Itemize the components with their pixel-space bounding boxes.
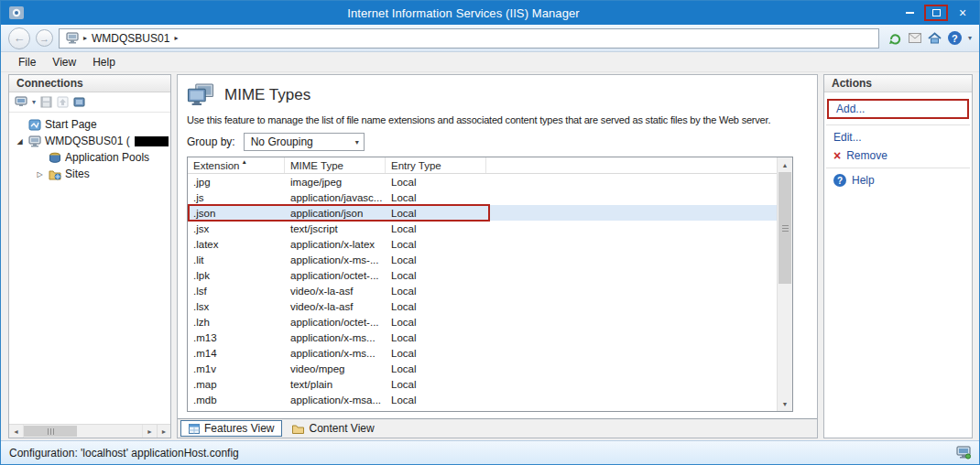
- scroll-track[interactable]: [778, 172, 792, 396]
- home-icon[interactable]: [928, 32, 942, 44]
- tab-content-view[interactable]: Content View: [285, 420, 381, 437]
- table-row[interactable]: .m13application/x-ms...Local: [188, 330, 777, 345]
- extension-cell: .jpg: [188, 174, 285, 189]
- connect-button[interactable]: [15, 96, 27, 108]
- table-row[interactable]: .jsonapplication/jsonLocal: [188, 205, 777, 221]
- tree-item-server[interactable]: ◢ WMDQSBUS01 (: [11, 133, 169, 149]
- table-row[interactable]: .jpgimage/jpegLocal: [188, 174, 777, 189]
- table-row[interactable]: .lsxvideo/x-la-asfLocal: [188, 298, 777, 314]
- mime-type-cell: text/plain: [285, 376, 386, 392]
- breadcrumb-server[interactable]: WMDQSBUS01: [92, 32, 169, 45]
- scroll-thumb[interactable]: [24, 426, 77, 437]
- column-header-filler: [486, 157, 777, 173]
- minimize-button[interactable]: [898, 5, 921, 21]
- table-row[interactable]: .m1vvideo/mpegLocal: [188, 361, 777, 376]
- tree-item-start-page[interactable]: Start Page: [11, 116, 169, 133]
- entry-type-cell: Local: [386, 345, 486, 361]
- edit-action[interactable]: Edit...: [824, 128, 972, 146]
- row-filler: [486, 392, 777, 407]
- mime-type-cell: application/x-ms-...: [285, 252, 386, 267]
- status-text: Configuration: 'localhost' applicationHo…: [9, 447, 239, 460]
- group-by-label: Group by:: [187, 135, 235, 148]
- menu-help[interactable]: Help: [84, 53, 124, 71]
- back-button[interactable]: ←: [8, 27, 30, 49]
- entry-type-cell: Local: [386, 267, 486, 283]
- tab-features-view[interactable]: Features View: [180, 420, 282, 437]
- maximize-icon: [932, 9, 941, 16]
- row-filler: [486, 283, 777, 298]
- address-bar[interactable]: ▸ WMDQSBUS01 ▸: [59, 28, 879, 49]
- chevron-down-icon[interactable]: ▾: [968, 34, 972, 42]
- entry-type-cell: Local: [386, 283, 486, 298]
- connections-toolbar: ▾: [9, 92, 170, 113]
- tab-label: Content View: [309, 422, 374, 435]
- entry-type-cell: Local: [386, 236, 486, 252]
- table-vscrollbar[interactable]: ▲ ▼: [777, 157, 792, 411]
- menu-file[interactable]: File: [10, 53, 44, 71]
- connect-caret-icon[interactable]: ▾: [32, 98, 36, 106]
- mime-type-cell: application/x-latex: [285, 236, 386, 252]
- mime-table: Extension ▲ MIME Type Entry Type .jpgima…: [187, 157, 793, 412]
- table-row[interactable]: .m14application/x-ms...Local: [188, 345, 777, 361]
- table-row[interactable]: .jsapplication/javasc...Local: [188, 189, 777, 205]
- scroll-left-button[interactable]: ◄: [9, 425, 23, 438]
- extension-cell: .m13: [188, 330, 285, 345]
- breadcrumb-arrow-icon[interactable]: ▸: [174, 34, 178, 42]
- mime-type-cell: video/mpeg: [285, 361, 386, 376]
- menu-view[interactable]: View: [44, 53, 84, 71]
- row-filler: [486, 236, 777, 252]
- help-button[interactable]: ?: [948, 31, 962, 45]
- expander-open-icon[interactable]: ◢: [15, 137, 25, 146]
- table-row[interactable]: .jsxtext/jscriptLocal: [188, 221, 777, 236]
- scroll-thumb[interactable]: [779, 172, 791, 284]
- extension-cell: .lsf: [188, 283, 285, 298]
- column-header-mime-type[interactable]: MIME Type: [285, 157, 386, 173]
- remove-action[interactable]: × Remove: [824, 146, 972, 165]
- connections-tree: Start Page ◢ WMDQSBUS01 ( Application Po…: [9, 113, 170, 424]
- window-controls: ×: [898, 5, 975, 21]
- scroll-track[interactable]: [23, 425, 143, 438]
- scroll-down-button[interactable]: ▼: [778, 396, 792, 411]
- table-row[interactable]: .lsfvideo/x-la-asfLocal: [188, 283, 777, 298]
- save-button[interactable]: [40, 96, 52, 108]
- delegation-button[interactable]: [73, 96, 85, 108]
- row-filler: [486, 221, 777, 236]
- tree-item-application-pools[interactable]: Application Pools: [11, 149, 169, 166]
- add-action[interactable]: Add...: [827, 99, 969, 119]
- breadcrumb-arrow-icon: ▸: [83, 34, 87, 42]
- close-button[interactable]: ×: [951, 5, 975, 21]
- help-action[interactable]: ? Help: [824, 171, 972, 189]
- table-row[interactable]: .maptext/plainLocal: [188, 376, 777, 392]
- message-icon[interactable]: [909, 33, 921, 43]
- table-row[interactable]: .litapplication/x-ms-...Local: [188, 252, 777, 267]
- mime-types-panel: MIME Types Use this feature to manage th…: [177, 74, 818, 438]
- menu-bar: File View Help: [1, 52, 979, 72]
- table-row[interactable]: .mdbapplication/x-msa...Local: [188, 392, 777, 407]
- group-by-dropdown[interactable]: No Grouping ▾: [244, 133, 365, 151]
- scroll-up-button[interactable]: ▲: [778, 157, 792, 172]
- forward-button[interactable]: →: [36, 29, 53, 47]
- iis-logo-icon: [9, 5, 26, 20]
- help-icon: ?: [948, 31, 962, 45]
- scroll-right-button[interactable]: ►: [143, 425, 157, 438]
- column-header-entry-type[interactable]: Entry Type: [386, 157, 486, 173]
- start-page-icon: [28, 119, 41, 131]
- action-label: Help: [852, 174, 875, 187]
- table-row[interactable]: .lpkapplication/octet-...Local: [188, 267, 777, 283]
- tree-item-sites[interactable]: ▷ Sites: [11, 166, 169, 182]
- row-filler: [486, 345, 777, 361]
- connections-hscrollbar[interactable]: ◄ ► ►: [9, 424, 170, 438]
- refresh-icon[interactable]: [888, 32, 902, 45]
- panel-corner-button[interactable]: ►: [157, 425, 170, 438]
- extension-cell: .latex: [188, 236, 285, 252]
- server-icon: [28, 135, 41, 147]
- table-row[interactable]: .lzhapplication/octet-...Local: [188, 314, 777, 330]
- chevron-down-icon: ▾: [355, 138, 359, 146]
- maximize-button[interactable]: [924, 5, 948, 21]
- mime-type-cell: application/octet-...: [285, 314, 386, 330]
- navigation-bar: ← → ▸ WMDQSBUS01 ▸ ? ▾: [1, 25, 979, 52]
- expander-closed-icon[interactable]: ▷: [35, 170, 45, 178]
- up-button[interactable]: [57, 96, 69, 108]
- column-header-extension[interactable]: Extension ▲: [188, 157, 285, 173]
- table-row[interactable]: .latexapplication/x-latexLocal: [188, 236, 777, 252]
